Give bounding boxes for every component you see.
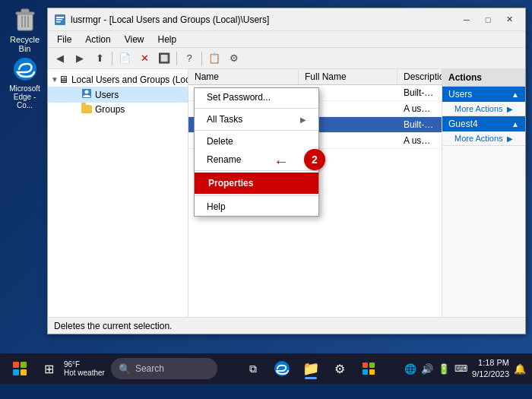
- ctx-all-tasks[interactable]: All Tasks ▶: [195, 110, 318, 128]
- taskbar-settings-button[interactable]: ⚙: [326, 356, 353, 381]
- svg-rect-22: [363, 363, 368, 368]
- row-administrator-desc: Built-in account for administering...: [397, 86, 442, 100]
- actions-section-users-label: Users: [448, 89, 472, 100]
- clock-time: 1:18 PM: [472, 357, 509, 369]
- weather-temp: 96°F: [64, 360, 105, 369]
- col-header-name[interactable]: Name: [188, 69, 299, 84]
- taskbar-store-icon: [361, 361, 376, 376]
- search-bar[interactable]: 🔍 Search: [111, 358, 217, 379]
- menu-action[interactable]: Action: [79, 33, 116, 46]
- actions-section-users-header[interactable]: Users ▲: [442, 87, 525, 102]
- toolbar-separator-3: [201, 52, 202, 65]
- ctx-properties[interactable]: Properties: [195, 173, 318, 194]
- status-text: Deletes the current selection.: [54, 321, 172, 331]
- battery-icon[interactable]: 🔋: [438, 363, 450, 375]
- tree-users-label: Users: [95, 90, 119, 100]
- ctx-rename[interactable]: Rename: [195, 150, 318, 169]
- close-button[interactable]: ✕: [499, 12, 519, 27]
- row-guest-desc: Built-in account for guest access t...: [397, 118, 442, 131]
- step-arrow: ←: [274, 153, 289, 170]
- task-view-button[interactable]: ⧉: [239, 356, 267, 381]
- toolbar-separator-2: [176, 52, 177, 65]
- actions-section-guest4-label: Guest4: [448, 119, 478, 129]
- taskbar-explorer-button[interactable]: 📁: [297, 356, 325, 381]
- ctx-set-password-label: Set Password...: [207, 92, 271, 103]
- keyboard-icon[interactable]: ⌨: [454, 363, 467, 374]
- context-menu: Set Password... All Tasks ▶ Delete Renam…: [194, 87, 319, 217]
- edge-desktop-icon[interactable]: MicrosoftEdge - Co...: [4, 53, 46, 112]
- title-bar-controls: ─ □ ✕: [457, 12, 519, 27]
- edge-label: MicrosoftEdge - Co...: [6, 84, 43, 109]
- tree-root-label: Local Users and Groups (Local): [71, 74, 188, 85]
- menu-help[interactable]: Help: [152, 33, 183, 46]
- row-guest4-desc: A user account managed and use...: [397, 134, 442, 147]
- svg-point-12: [85, 90, 89, 94]
- volume-icon[interactable]: 🔊: [421, 363, 433, 375]
- ctx-submenu-arrow: ▶: [300, 116, 306, 124]
- tree-users-icon: [81, 88, 92, 101]
- actions-more-guest4-label: More Actions: [454, 134, 503, 143]
- ctx-delete[interactable]: Delete: [195, 132, 318, 150]
- col-header-fullname[interactable]: Full Name: [299, 69, 397, 84]
- step-badge: 2: [304, 149, 325, 170]
- taskbar-settings-icon: ⚙: [334, 362, 345, 376]
- weather-desc: Hot weather: [64, 369, 105, 377]
- taskbar-store-button[interactable]: [355, 356, 382, 381]
- start-button[interactable]: [6, 356, 33, 381]
- minimize-button[interactable]: ─: [457, 12, 477, 27]
- search-icon: 🔍: [119, 363, 131, 375]
- toolbar-forward[interactable]: ▶: [71, 50, 89, 67]
- menu-view[interactable]: View: [119, 33, 150, 46]
- tree-item-users[interactable]: Users: [48, 87, 188, 103]
- actions-more-guest4[interactable]: More Actions ▶: [442, 131, 525, 145]
- network-icon[interactable]: 🌐: [404, 363, 416, 375]
- taskbar-edge-button[interactable]: [268, 356, 296, 381]
- ctx-set-password[interactable]: Set Password...: [195, 88, 318, 106]
- taskbar-clock[interactable]: 1:18 PM 9/12/2023: [472, 357, 509, 381]
- actions-section-guest4-header[interactable]: Guest4 ▲: [442, 116, 525, 131]
- weather-widget[interactable]: 96°F Hot weather: [64, 360, 105, 377]
- toolbar-delete[interactable]: ✕: [135, 50, 154, 67]
- search-placeholder: Search: [135, 363, 164, 374]
- actions-panel: Actions Users ▲ More Actions ▶ Guest4 ▲: [442, 69, 525, 317]
- toolbar-properties[interactable]: 🔲: [155, 50, 173, 67]
- toolbar-config[interactable]: ⚙: [225, 50, 243, 67]
- task-view-icon: ⧉: [249, 363, 257, 375]
- recycle-bin-icon[interactable]: Recycle Bin: [4, 4, 46, 55]
- toolbar-export[interactable]: 📋: [205, 50, 223, 67]
- tree-item-groups[interactable]: Groups: [48, 103, 188, 116]
- window-title-icon: [54, 14, 66, 26]
- tree-groups-icon: [81, 104, 92, 115]
- actions-more-users[interactable]: More Actions ▶: [442, 102, 525, 116]
- tree-groups-label: Groups: [95, 104, 125, 115]
- actions-collapse-icon: ▲: [511, 90, 519, 99]
- taskbar-widgets-button[interactable]: ⊞: [36, 356, 61, 381]
- ctx-separator-2: [195, 130, 318, 131]
- row-defaultaccount-desc: A user account managed by the s...: [397, 102, 442, 116]
- ctx-properties-label: Properties: [208, 178, 253, 188]
- toolbar-separator-1: [112, 52, 112, 65]
- system-tray: 🌐 🔊 🔋 ⌨ 1:18 PM 9/12/2023 🔔: [404, 357, 526, 381]
- tree-root[interactable]: ▼ 🖥 Local Users and Groups (Local): [48, 72, 188, 87]
- ctx-delete-label: Delete: [207, 136, 233, 147]
- clock-date: 9/12/2023: [472, 369, 509, 380]
- toolbar-up[interactable]: ⬆: [90, 50, 109, 67]
- actions-more-users-arrow: ▶: [507, 105, 513, 113]
- notification-icon[interactable]: 🔔: [514, 363, 526, 375]
- toolbar-back[interactable]: ◀: [51, 50, 69, 67]
- menu-file[interactable]: File: [51, 33, 78, 46]
- toolbar-show-hide[interactable]: 📄: [116, 50, 134, 67]
- ctx-help[interactable]: Help: [195, 198, 318, 216]
- actions-section-users: Users ▲ More Actions ▶: [442, 87, 525, 116]
- menu-bar: File Action View Help: [48, 31, 525, 48]
- col-header-desc[interactable]: Description: [397, 69, 442, 84]
- ctx-rename-label: Rename: [207, 154, 241, 165]
- status-bar: Deletes the current selection.: [48, 317, 525, 334]
- toolbar-help[interactable]: ?: [180, 50, 198, 67]
- actions-more-users-label: More Actions: [454, 104, 503, 113]
- ctx-all-tasks-label: All Tasks: [207, 114, 242, 125]
- window-title: lusrmgr - [Local Users and Groups (Local…: [71, 14, 457, 25]
- tree-root-icon: 🖥: [59, 74, 68, 85]
- maximize-button[interactable]: □: [478, 12, 498, 27]
- taskbar-edge-icon: [274, 360, 290, 377]
